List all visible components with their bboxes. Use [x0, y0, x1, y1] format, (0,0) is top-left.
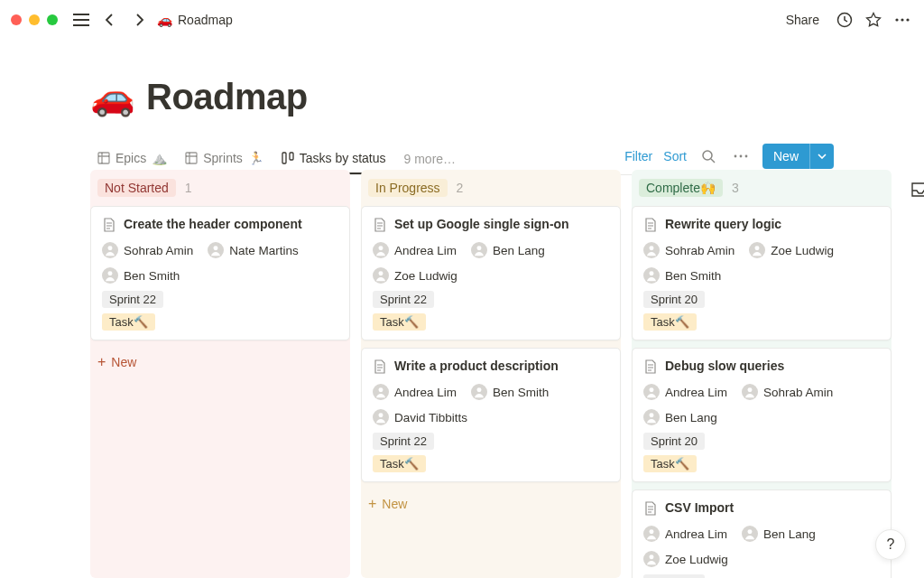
share-button[interactable]: Share: [779, 9, 827, 31]
page-title[interactable]: Roadmap: [146, 77, 308, 117]
filter-button[interactable]: Filter: [624, 149, 652, 163]
search-icon[interactable]: [698, 145, 719, 167]
card-chips: Task🔨: [102, 313, 338, 331]
type-chip: Task🔨: [373, 313, 426, 331]
avatar: [749, 242, 765, 258]
page-icon: [643, 359, 658, 377]
card-people: Andrea LimBen LangZoe Ludwig: [373, 242, 609, 284]
avatar: [643, 526, 660, 542]
column-count: 3: [732, 181, 739, 195]
page-content: 🚗 Roadmap Epics ⛰️ Sprints 🏃 Tasks by st…: [0, 40, 924, 175]
svg-point-20: [379, 413, 383, 417]
tabs-more[interactable]: 9 more…: [397, 146, 464, 172]
column-count: 1: [185, 181, 192, 195]
column-header[interactable]: Complete🙌3: [632, 175, 892, 206]
person-name: Andrea Lim: [394, 244, 457, 257]
avatar: [471, 242, 487, 258]
column-header[interactable]: Not Started1: [90, 175, 350, 206]
person: Andrea Lim: [373, 242, 457, 258]
person-name: Andrea Lim: [665, 386, 727, 399]
status-badge: In Progress: [368, 179, 448, 197]
avatar: [742, 384, 758, 400]
view-more-icon[interactable]: [730, 145, 752, 167]
svg-point-9: [735, 155, 737, 158]
svg-point-11: [745, 155, 748, 158]
new-dropdown[interactable]: [809, 144, 834, 169]
svg-point-21: [650, 246, 654, 250]
avatar: [102, 242, 118, 258]
card-chips: Task🔨: [373, 455, 609, 472]
page-icon: [102, 218, 116, 232]
svg-point-27: [650, 529, 654, 534]
close-window[interactable]: [11, 14, 22, 25]
person-name: Ben Lang: [763, 527, 816, 541]
column-header[interactable]: In Progress2: [361, 175, 621, 206]
breadcrumb[interactable]: 🚗 Roadmap: [157, 13, 233, 27]
person: Zoe Ludwig: [373, 267, 457, 284]
card-chips: Sprint 22: [102, 291, 338, 308]
svg-point-28: [748, 529, 753, 534]
avatar: [471, 384, 487, 400]
svg-point-14: [108, 271, 113, 275]
person-name: Ben Lang: [665, 411, 717, 424]
avatar: [373, 242, 389, 258]
column-count: 2: [457, 181, 464, 195]
menu-icon[interactable]: [70, 9, 92, 31]
add-card-button[interactable]: +New: [90, 348, 350, 377]
board-card[interactable]: Debug slow queriesAndrea LimSohrab AminB…: [632, 348, 892, 482]
board-card[interactable]: Create the header componentSohrab AminNa…: [90, 206, 350, 340]
svg-point-19: [477, 387, 482, 392]
page-icon: [373, 359, 387, 374]
person-name: Sohrab Amin: [124, 244, 193, 257]
sprint-chip: Sprint 22: [102, 291, 163, 308]
card-chips: Sprint 22: [373, 291, 609, 308]
card-title: Create the header component: [124, 216, 302, 234]
board-column-peek: [902, 170, 924, 578]
svg-point-10: [740, 155, 743, 158]
maximize-window[interactable]: [47, 14, 58, 25]
favorite-icon[interactable]: [863, 9, 884, 31]
person-name: Ben Smith: [493, 386, 549, 399]
card-title: CSV Import: [665, 499, 734, 517]
status-badge: Not Started: [97, 179, 176, 197]
sprint-chip: Sprint 22: [373, 291, 434, 308]
minimize-window[interactable]: [29, 14, 40, 25]
type-chip: Task🔨: [102, 313, 155, 331]
board-card[interactable]: Rewrite query logicSohrab AminZoe Ludwig…: [632, 206, 892, 340]
new-button[interactable]: New: [762, 144, 809, 169]
svg-point-12: [108, 246, 113, 250]
back-button[interactable]: [99, 9, 121, 31]
person-name: Andrea Lim: [394, 386, 457, 399]
page-emoji[interactable]: 🚗: [90, 76, 135, 118]
svg-point-3: [906, 18, 909, 21]
type-chip: Task🔨: [643, 455, 697, 472]
add-card-button[interactable]: +New: [361, 489, 621, 518]
person: Ben Smith: [643, 267, 721, 284]
card-chips: Task🔨: [643, 313, 880, 331]
avatar: [643, 242, 660, 258]
avatar: [373, 409, 389, 425]
person-name: Sohrab Amin: [763, 386, 833, 399]
more-icon[interactable]: [892, 9, 913, 31]
avatar: [102, 267, 118, 284]
card-people: Andrea LimBen SmithDavid Tibbitts: [373, 384, 609, 425]
board-column: In Progress2Set up Google single sign-on…: [361, 170, 621, 578]
type-chip: Task🔨: [373, 455, 426, 472]
svg-rect-5: [186, 153, 197, 163]
forward-button[interactable]: [128, 9, 150, 31]
card-chips: Task🔨: [373, 313, 609, 331]
board-card[interactable]: Write a product descriptionAndrea LimBen…: [361, 348, 621, 482]
avatar: [643, 409, 660, 425]
svg-point-2: [901, 18, 903, 21]
svg-point-24: [650, 387, 654, 392]
person: Sohrab Amin: [643, 242, 735, 258]
help-button[interactable]: ?: [875, 529, 906, 560]
sort-button[interactable]: Sort: [663, 149, 687, 163]
person: Sohrab Amin: [102, 242, 193, 258]
board-card[interactable]: CSV ImportAndrea LimBen LangZoe LudwigSp…: [632, 489, 892, 578]
card-chips: Sprint 20: [643, 291, 880, 308]
updates-icon[interactable]: [834, 9, 855, 31]
board-card[interactable]: Set up Google single sign-onAndrea LimBe…: [361, 206, 621, 340]
sprint-chip: Sprint 20: [643, 291, 705, 308]
sprint-chip: Sprint 20: [643, 433, 705, 450]
